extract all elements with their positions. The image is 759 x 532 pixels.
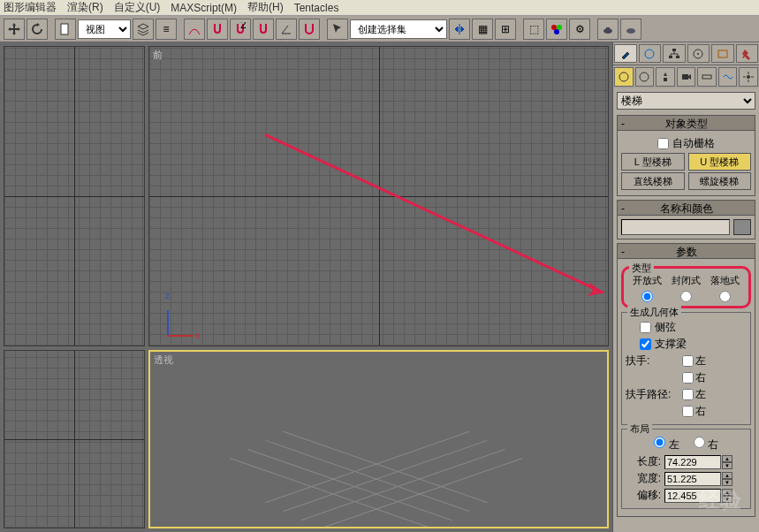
stringers-checkbox[interactable] — [640, 322, 651, 333]
magnet-3-icon[interactable] — [253, 19, 274, 40]
l-stairs-button[interactable]: L 型楼梯 — [621, 153, 685, 171]
new-icon[interactable] — [55, 19, 76, 40]
type-closed-radio[interactable] — [680, 291, 692, 302]
type-group: 类型 开放式 封闭式 落地式 — [621, 266, 751, 308]
svg-point-25 — [640, 72, 649, 81]
handrail-right-checkbox[interactable] — [682, 372, 694, 384]
spin-down-icon[interactable]: ▼ — [722, 479, 732, 486]
magnet-icon[interactable] — [207, 19, 228, 40]
spin-up-icon[interactable]: ▲ — [722, 455, 732, 462]
subtab-spacewarps-icon[interactable] — [718, 67, 738, 87]
menu-item[interactable]: Tentacles — [294, 2, 339, 14]
viewport-label: 前 — [153, 49, 163, 62]
subtab-geometry-icon[interactable] — [614, 67, 634, 87]
railpath-left-checkbox[interactable] — [682, 389, 694, 400]
layout-group: 布局 左 右 长度:▲▼ 宽度:▲▼ 偏移:▲▼ — [621, 429, 751, 509]
svg-rect-0 — [61, 24, 68, 34]
svg-line-17 — [284, 431, 488, 502]
object-name-input[interactable] — [621, 219, 730, 235]
align-icon[interactable]: ▦ — [472, 19, 493, 40]
viewport-perspective[interactable]: 透视 — [148, 350, 609, 528]
spin-down-icon[interactable]: ▼ — [722, 462, 732, 469]
snap-icon[interactable] — [299, 19, 320, 40]
rollout-name-color[interactable]: -名称和颜色 — [617, 200, 755, 216]
schematic-icon[interactable]: ⬚ — [523, 19, 544, 40]
svg-line-11 — [301, 449, 505, 520]
svg-line-14 — [266, 440, 470, 511]
viewport-area: 前 zx 透视 — [0, 42, 612, 532]
subtab-helpers-icon[interactable] — [697, 67, 717, 87]
angle-snap-icon[interactable] — [276, 19, 297, 40]
type-open-radio[interactable] — [641, 291, 653, 302]
viewport-top-left[interactable] — [4, 46, 145, 346]
length2-spinner[interactable] — [664, 472, 721, 486]
view-select[interactable]: 视图 — [78, 19, 131, 39]
handrail-label: 扶手: — [626, 353, 675, 369]
viewport-bottom-left[interactable] — [4, 350, 145, 528]
spin-up-icon[interactable]: ▲ — [722, 489, 732, 496]
tab-create-icon[interactable] — [614, 44, 637, 63]
gengeo-label: 生成几何体 — [627, 306, 681, 319]
spin-up-icon[interactable]: ▲ — [722, 472, 732, 479]
named-selection[interactable]: 创建选择集 — [350, 19, 447, 39]
straight-stairs-button[interactable]: 直线楼梯 — [621, 172, 685, 190]
material-icon[interactable] — [546, 19, 567, 40]
layout-left-radio[interactable] — [654, 437, 665, 448]
type-open-label: 开放式 — [627, 274, 666, 287]
svg-point-2 — [551, 25, 557, 30]
quick-render-icon[interactable] — [620, 19, 641, 40]
type-closed-label: 封闭式 — [666, 274, 705, 287]
length1-spinner[interactable] — [664, 455, 721, 469]
menu-item[interactable]: 图形编辑器 — [4, 0, 57, 15]
object-color-swatch[interactable] — [733, 219, 751, 235]
tab-utilities-icon[interactable] — [736, 44, 759, 63]
subtab-cameras-icon[interactable] — [677, 67, 696, 87]
rotate-icon[interactable] — [27, 19, 48, 40]
svg-rect-20 — [676, 56, 679, 58]
u-stairs-button[interactable]: U 型楼梯 — [688, 153, 752, 171]
tab-motion-icon[interactable] — [687, 44, 710, 63]
stringers-label: 侧弦 — [655, 320, 676, 335]
spin-down-icon[interactable]: ▼ — [722, 496, 732, 503]
layout-right-radio[interactable] — [694, 437, 705, 448]
svg-point-24 — [619, 72, 628, 81]
width-spinner[interactable] — [664, 489, 721, 503]
svg-rect-23 — [718, 50, 727, 57]
curve-icon[interactable] — [184, 19, 205, 40]
type-box-radio[interactable] — [719, 291, 731, 302]
category-dropdown[interactable]: 楼梯 — [617, 92, 755, 110]
length1-label: 长度: — [626, 454, 661, 469]
subtab-shapes-icon[interactable] — [635, 67, 655, 87]
mirror-icon[interactable] — [449, 19, 470, 40]
select-icon[interactable] — [327, 19, 348, 40]
tab-display-icon[interactable] — [711, 44, 734, 63]
menu-item[interactable]: 帮助(H) — [247, 0, 284, 15]
svg-rect-27 — [702, 75, 711, 79]
tab-hierarchy-icon[interactable] — [663, 44, 686, 63]
select-move-icon[interactable] — [4, 19, 25, 40]
render-setup-icon[interactable]: ⚙ — [569, 19, 590, 40]
svg-line-13 — [266, 431, 470, 502]
railpath-right-checkbox[interactable] — [682, 406, 694, 417]
viewport-front[interactable]: 前 zx — [148, 46, 609, 346]
svg-point-7 — [626, 28, 635, 34]
subtab-systems-icon[interactable] — [739, 67, 758, 87]
array-icon[interactable]: ⊞ — [495, 19, 516, 40]
subtab-lights-icon[interactable] — [656, 67, 675, 87]
rollout-parameters[interactable]: -参数 — [617, 243, 755, 259]
menu-item[interactable]: 渲染(R) — [67, 0, 103, 15]
tab-modify-icon[interactable] — [639, 44, 662, 63]
autogrid-checkbox[interactable] — [657, 138, 669, 149]
teapot-icon[interactable] — [597, 19, 619, 40]
menu-item[interactable]: 自定义(U) — [114, 0, 161, 15]
menu-item[interactable]: MAXScript(M) — [171, 2, 237, 14]
layers-icon[interactable] — [133, 19, 154, 40]
svg-line-16 — [230, 458, 434, 528]
handrail-left-checkbox[interactable] — [682, 355, 694, 367]
carriage-checkbox[interactable] — [640, 338, 651, 350]
layer-manager-icon[interactable]: ≡ — [156, 19, 177, 40]
magnet-2-icon[interactable]: 2 — [230, 19, 251, 40]
svg-line-10 — [284, 440, 488, 511]
spiral-stairs-button[interactable]: 螺旋楼梯 — [688, 172, 752, 190]
rollout-object-type[interactable]: -对象类型 — [617, 115, 755, 131]
